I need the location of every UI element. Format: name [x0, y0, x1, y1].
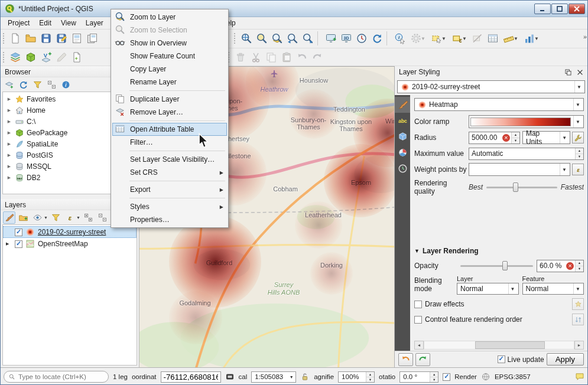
collapse-all-button[interactable]	[96, 211, 109, 224]
open-layer-styling-panel-button[interactable]	[3, 211, 15, 224]
expand-arrow-icon[interactable]: ▶	[6, 175, 12, 180]
scroll-right-icon[interactable]: ►	[574, 341, 584, 350]
expand-arrow-icon[interactable]: ▶	[6, 97, 12, 102]
cut-features-button[interactable]	[248, 50, 264, 65]
scrollbar-thumb[interactable]	[475, 341, 545, 349]
color-ramp-select[interactable]: ▼	[469, 115, 584, 128]
temporal-controller-button[interactable]	[354, 31, 369, 46]
horizontal-scrollbar[interactable]: ◄ ►	[414, 341, 584, 350]
new-3d-map-view-button[interactable]: 3D	[339, 31, 354, 46]
lock-scale-icon[interactable]	[300, 372, 310, 381]
maximize-button[interactable]	[551, 4, 568, 14]
quality-slider[interactable]	[486, 182, 557, 192]
layer-visibility-checkbox[interactable]	[15, 229, 22, 236]
expand-arrow-icon[interactable]: ▶	[6, 108, 12, 113]
context-menu-item-copy-layer[interactable]: Copy Layer	[112, 63, 227, 76]
rendering-order-button[interactable]	[572, 314, 584, 325]
refresh-map-button[interactable]	[369, 31, 385, 46]
weight-points-select[interactable]: ▼	[469, 163, 570, 176]
context-menu-item-show-feature-count[interactable]: Show Feature Count	[112, 50, 227, 63]
properties-info-button[interactable]: i	[60, 79, 72, 91]
menu-project[interactable]: Project	[3, 18, 34, 28]
scroll-left-icon[interactable]: ◄	[414, 341, 424, 350]
zoom-full-button[interactable]	[239, 31, 254, 46]
spinner-arrows[interactable]: ▲▼	[575, 260, 583, 272]
menu-layer[interactable]: Layer	[81, 18, 108, 28]
scrollbar-track[interactable]	[424, 341, 574, 350]
deselect-features-button[interactable]	[470, 31, 485, 46]
slider-handle[interactable]	[502, 261, 508, 270]
rotation-spinbox[interactable]: 0.0 ° ▲▼	[399, 371, 438, 383]
close-panel-icon[interactable]	[575, 67, 584, 77]
new-geopackage-layer-button[interactable]	[23, 50, 38, 65]
messages-icon[interactable]	[575, 372, 584, 381]
new-virtual-layer-button[interactable]: V	[38, 50, 54, 65]
context-menu-item-show-in-overview[interactable]: Show in Overview	[112, 37, 227, 50]
layer-item-1[interactable]: 2019-02-surrey-street	[3, 226, 137, 238]
layer-rendering-section-header[interactable]: ▼ Layer Rendering	[414, 247, 584, 255]
collapse-all-button[interactable]	[46, 79, 58, 91]
maximum-value-spinbox[interactable]: Automatic ▲▼	[469, 148, 584, 160]
styling-tab-symbology[interactable]	[395, 97, 410, 113]
expand-all-button[interactable]	[82, 211, 95, 224]
styling-tab-diagrams[interactable]	[395, 145, 410, 161]
chevron-down-icon[interactable]: ▼	[462, 36, 467, 41]
refresh-browser-button[interactable]	[17, 79, 30, 91]
crs-icon[interactable]	[481, 372, 490, 381]
spinner-arrows[interactable]: ▲▼	[575, 148, 583, 159]
new-project-button[interactable]	[8, 31, 23, 46]
locator-search[interactable]	[4, 371, 109, 383]
slider-handle[interactable]	[513, 182, 518, 192]
styling-layer-select[interactable]: 2019-02-surrey-street ▼	[397, 80, 585, 93]
filter-browser-button[interactable]	[31, 79, 44, 91]
show-layout-manager-button[interactable]	[85, 31, 100, 46]
scale-combobox[interactable]: 1:505083 ▼	[251, 371, 296, 383]
expand-arrow-icon[interactable]: ▶	[6, 119, 12, 124]
new-temporary-scratch-layer-button[interactable]	[69, 50, 85, 65]
chevron-down-icon[interactable]: ▼	[534, 36, 540, 41]
save-project-as-button[interactable]	[54, 31, 69, 46]
expand-arrow-icon[interactable]: ▶	[6, 142, 12, 146]
zoom-last-button[interactable]	[285, 31, 300, 46]
opacity-slider[interactable]	[460, 260, 533, 271]
chevron-down-icon[interactable]: ▼	[44, 216, 48, 220]
paste-features-button[interactable]	[279, 50, 294, 65]
extents-toggle-icon[interactable]	[225, 372, 235, 381]
spinner-arrows[interactable]: ▲▼	[366, 372, 374, 382]
undo-style-button[interactable]	[398, 353, 413, 366]
new-print-layout-button[interactable]	[69, 31, 85, 46]
render-checkbox[interactable]	[443, 373, 450, 381]
menu-edit[interactable]: Edit	[34, 18, 56, 28]
expression-button[interactable]: ε	[572, 164, 584, 175]
manage-map-themes-button[interactable]	[31, 211, 44, 224]
float-panel-icon[interactable]	[563, 67, 573, 77]
chevron-down-icon[interactable]: ▼	[76, 216, 80, 220]
context-menu-item-export[interactable]: Export▶	[112, 183, 227, 196]
context-menu-item-set-layer-scale-visibility[interactable]: Set Layer Scale Visibility…	[112, 153, 227, 166]
zoom-next-button[interactable]	[300, 31, 316, 46]
undo-button[interactable]	[294, 50, 310, 65]
apply-button[interactable]: Apply	[547, 353, 584, 366]
context-menu-item-zoom-to-selection[interactable]: Zoom to Selection	[112, 24, 227, 37]
locator-input[interactable]	[18, 373, 104, 380]
context-menu-item-zoom-to-layer[interactable]: Zoom to Layer	[112, 11, 227, 24]
zoom-to-layer-button[interactable]	[269, 31, 285, 46]
context-menu-item-styles[interactable]: Styles▶	[112, 200, 227, 213]
expand-arrow-icon[interactable]: ▶	[6, 242, 12, 246]
open-project-button[interactable]	[23, 31, 38, 46]
radius-units-select[interactable]: Map Units ▼	[522, 131, 570, 144]
context-menu-item-rename-layer[interactable]: Rename Layer	[112, 76, 227, 89]
styling-tab-labels[interactable]: abc	[395, 113, 410, 129]
open-attribute-table-button[interactable]	[485, 31, 501, 46]
statistical-summary-button[interactable]: ▼	[521, 31, 542, 46]
close-button[interactable]	[568, 4, 585, 14]
opacity-spinbox[interactable]: 60.0 % ✕ ▲▼	[537, 260, 584, 272]
data-defined-override-button[interactable]	[572, 132, 584, 143]
redo-button[interactable]	[310, 50, 325, 65]
spinner-arrows[interactable]: ▲▼	[511, 132, 519, 143]
clear-value-icon[interactable]: ✕	[502, 134, 510, 142]
expand-arrow-icon[interactable]: ▶	[6, 164, 12, 169]
zoom-to-selection-button[interactable]	[254, 31, 269, 46]
context-menu-item-properties[interactable]: Properties…	[112, 213, 227, 226]
data-source-manager-button[interactable]	[8, 50, 23, 65]
